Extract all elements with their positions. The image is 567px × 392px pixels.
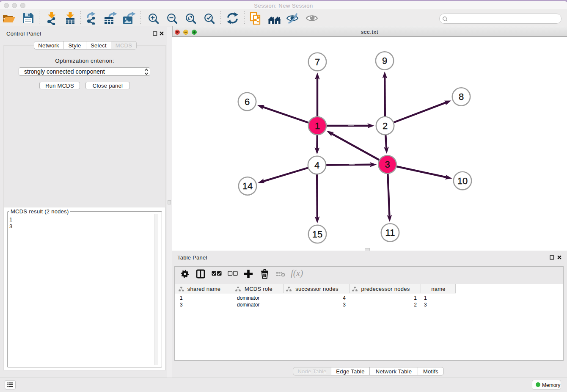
svg-text:3: 3 xyxy=(385,159,390,170)
svg-text:2: 2 xyxy=(383,121,388,131)
svg-text:4: 4 xyxy=(314,160,319,171)
svg-text:7: 7 xyxy=(315,57,320,67)
svg-text:1: 1 xyxy=(315,121,320,131)
svg-text:8: 8 xyxy=(459,91,464,102)
svg-text:10: 10 xyxy=(457,176,468,186)
svg-text:15: 15 xyxy=(312,229,322,240)
svg-text:6: 6 xyxy=(245,97,250,107)
svg-text:9: 9 xyxy=(382,55,387,66)
svg-text:14: 14 xyxy=(242,181,253,191)
svg-text:11: 11 xyxy=(385,227,395,238)
